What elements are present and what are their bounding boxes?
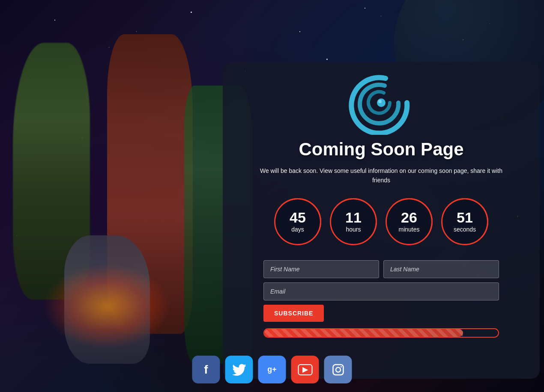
twitter-icon[interactable] [225,356,253,383]
countdown-days-label: days [291,226,304,233]
countdown-minutes-value: 26 [401,210,417,225]
countdown-minutes: 26 minutes [386,198,433,245]
countdown-timer: 45 days 11 hours 26 minutes 51 seconds [274,198,488,245]
progress-bar-container [263,328,499,338]
facebook-icon[interactable]: f [192,356,220,383]
progress-bar-fill [264,329,463,337]
name-row [263,260,499,278]
logo-container [347,71,415,135]
subscription-form: Subscribe [263,260,499,346]
countdown-hours-circle: 11 hours [330,198,377,245]
youtube-icon[interactable]: ▶ [291,356,319,383]
countdown-hours: 11 hours [330,198,377,245]
svg-point-6 [341,366,342,367]
countdown-seconds: 51 seconds [441,198,488,245]
countdown-days-value: 45 [290,210,306,225]
countdown-minutes-label: minutes [398,226,419,233]
svg-text:▶: ▶ [302,366,308,373]
subscribe-button[interactable]: Subscribe [263,305,324,322]
energy-effect [43,264,171,349]
page-title: Coming Soon Page [299,139,463,160]
countdown-hours-value: 11 [345,210,362,225]
countdown-minutes-circle: 26 minutes [386,198,433,245]
last-name-input[interactable] [383,260,499,278]
google-icon[interactable]: g+ [258,356,286,383]
svg-point-5 [336,367,341,372]
first-name-input[interactable] [263,260,379,278]
email-input[interactable] [263,282,499,300]
svg-point-1 [378,100,382,103]
countdown-seconds-value: 51 [457,210,473,225]
main-panel: Coming Soon Page We will be back soon. V… [223,62,540,379]
instagram-icon[interactable] [324,356,352,383]
page-subtitle: We will be back soon. View some useful i… [253,166,510,185]
countdown-hours-label: hours [346,226,361,233]
logo-icon [347,71,415,135]
svg-rect-4 [333,365,343,375]
countdown-days: 45 days [274,198,321,245]
countdown-seconds-circle: 51 seconds [441,198,488,245]
countdown-seconds-label: seconds [454,226,476,233]
social-icons-bar: f g+ ▶ [192,356,352,383]
svg-point-0 [377,98,386,107]
countdown-days-circle: 45 days [274,198,321,245]
